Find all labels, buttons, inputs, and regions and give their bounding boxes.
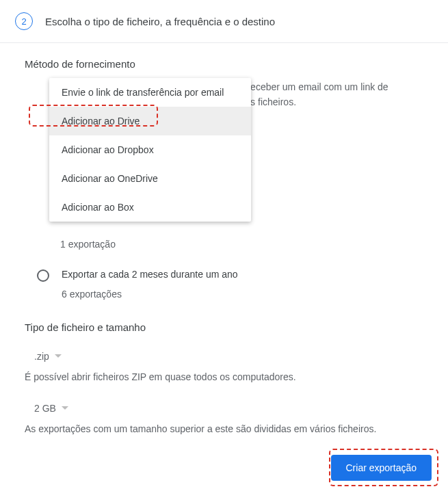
delivery-method-dropdown[interactable]: Envie o link de transferência por email … bbox=[49, 78, 251, 222]
main-content: Método de fornecimento irá receber um em… bbox=[0, 43, 448, 449]
dropdown-item-email[interactable]: Envie o link de transferência por email bbox=[49, 78, 251, 107]
dropdown-item-dropbox[interactable]: Adicionar ao Dropbox bbox=[49, 135, 251, 164]
footer-actions: Criar exportação bbox=[331, 455, 432, 481]
radio-option-bimonthly[interactable]: Exportar a cada 2 meses durante um ano bbox=[25, 269, 423, 282]
radio-icon bbox=[37, 269, 49, 282]
step-number: 2 bbox=[21, 16, 26, 27]
page-title: Escolha o tipo de ficheiro, a frequência… bbox=[45, 16, 275, 27]
step-number-circle: 2 bbox=[15, 12, 33, 30]
size-select[interactable]: 2 GB bbox=[25, 399, 71, 418]
dropdown-item-onedrive[interactable]: Adicionar ao OneDrive bbox=[49, 164, 251, 193]
step-header: 2 Escolha o tipo de ficheiro, a frequênc… bbox=[0, 0, 448, 43]
chevron-down-icon bbox=[55, 354, 62, 358]
export-count-1: 1 exportação bbox=[25, 239, 423, 250]
chevron-down-icon bbox=[62, 406, 68, 410]
create-export-button[interactable]: Criar exportação bbox=[331, 455, 432, 481]
delivery-method-title: Método de fornecimento bbox=[25, 58, 423, 70]
radio-label-bimonthly: Exportar a cada 2 meses durante um ano bbox=[62, 269, 238, 280]
dropdown-item-box[interactable]: Adicionar ao Box bbox=[49, 193, 251, 222]
size-desc: As exportações com um tamanho superior a… bbox=[25, 423, 423, 434]
export-count-6: 6 exportações bbox=[25, 289, 423, 300]
dropdown-item-drive[interactable]: Adicionar ao Drive bbox=[49, 107, 251, 135]
filetype-size-title: Tipo de ficheiro e tamanho bbox=[25, 321, 423, 333]
filetype-select[interactable]: .zip bbox=[25, 347, 64, 366]
size-value: 2 GB bbox=[34, 403, 56, 414]
filetype-desc: É possível abrir ficheiros ZIP em quase … bbox=[25, 371, 423, 382]
filetype-value: .zip bbox=[34, 351, 49, 362]
